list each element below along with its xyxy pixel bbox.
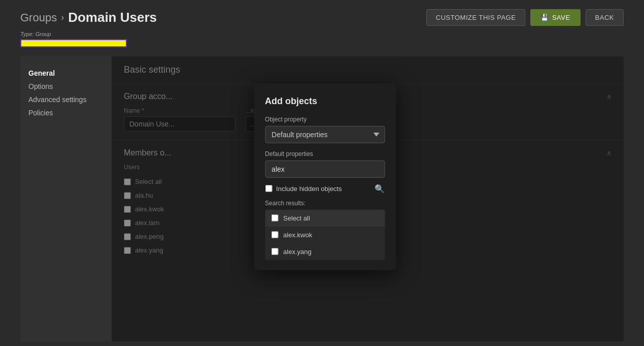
result-select-all-label: Select all <box>283 214 310 222</box>
result-select-all[interactable]: Select all <box>265 209 385 226</box>
result-alex-yang-label: alex.yang <box>283 247 312 255</box>
back-button[interactable]: BACK <box>586 9 624 26</box>
type-label: Type: Group <box>0 31 644 39</box>
customize-page-button[interactable]: CUSTOMIZE THIS PAGE <box>426 9 526 26</box>
result-alex-kwok-label: alex.kwok <box>283 231 312 238</box>
save-button[interactable]: 💾 SAVE <box>530 9 580 26</box>
sidebar-item-policies[interactable]: Policies <box>28 106 104 119</box>
save-label: SAVE <box>552 14 570 21</box>
breadcrumb-groups-link[interactable]: Groups <box>20 11 57 24</box>
search-icon: 🔍 <box>375 184 385 193</box>
search-input[interactable] <box>265 160 385 177</box>
include-hidden-row: Include hidden objects 🔍 <box>265 183 385 193</box>
result-alex-kwok-checkbox[interactable] <box>271 231 278 238</box>
sidebar-item-advanced-settings[interactable]: Advanced settings <box>28 93 104 106</box>
include-hidden-left: Include hidden objects <box>265 184 342 192</box>
search-icon-button[interactable]: 🔍 <box>375 183 385 193</box>
include-hidden-checkbox[interactable] <box>265 185 272 192</box>
type-input-area <box>0 39 644 56</box>
breadcrumb-arrow: › <box>61 12 64 23</box>
modal-title: Add objects <box>265 96 385 106</box>
search-results-list: Select all alex.kwok alex.yang <box>265 209 385 260</box>
result-alex-kwok[interactable]: alex.kwok <box>265 226 385 243</box>
header-actions: CUSTOMIZE THIS PAGE 💾 SAVE BACK <box>426 9 624 26</box>
result-alex-yang[interactable]: alex.yang <box>265 243 385 260</box>
result-select-all-checkbox[interactable] <box>271 214 278 222</box>
page-title: Domain Users <box>68 10 157 25</box>
page-header: Groups › Domain Users CUSTOMIZE THIS PAG… <box>0 0 644 31</box>
include-hidden-label: Include hidden objects <box>276 184 342 192</box>
add-objects-modal: Add objects Object property Default prop… <box>254 83 396 270</box>
type-highlight-field[interactable] <box>20 39 127 47</box>
breadcrumb: Groups › Domain Users <box>20 10 157 25</box>
result-alex-yang-checkbox[interactable] <box>271 248 278 255</box>
sidebar-item-options[interactable]: Options <box>28 80 104 93</box>
object-property-select[interactable]: Default properties <box>265 125 385 143</box>
sidebar-item-general[interactable]: General <box>28 67 104 80</box>
default-properties-label: Default properties <box>265 150 385 157</box>
save-icon: 💾 <box>540 14 549 21</box>
sidebar: General Options Advanced settings Polici… <box>20 56 112 341</box>
object-property-label: Object property <box>265 115 385 122</box>
search-results-label: Search results: <box>265 199 385 206</box>
